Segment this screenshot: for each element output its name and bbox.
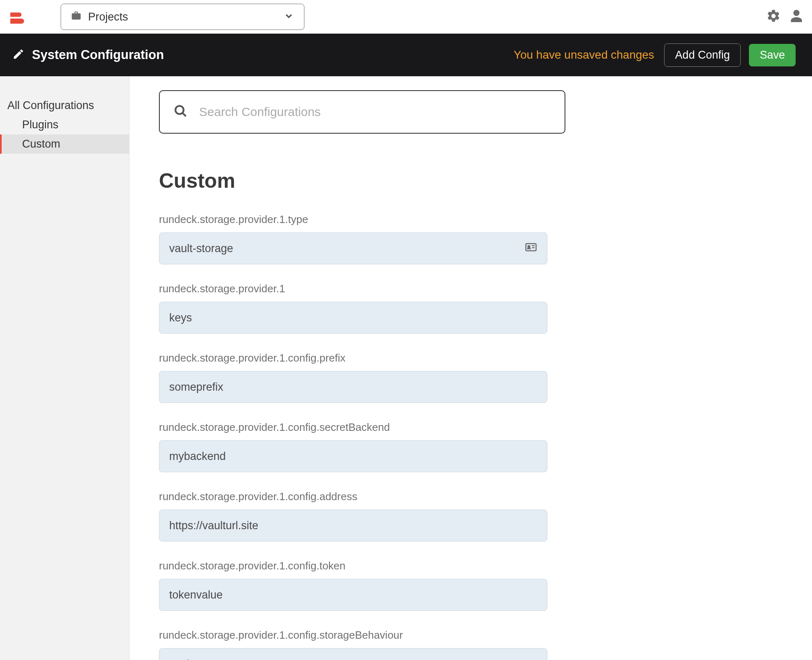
config-label: rundeck.storage.provider.1.config.token	[159, 560, 796, 572]
chevron-down-icon	[284, 11, 294, 23]
sidebar-item-plugins[interactable]: Plugins	[0, 115, 129, 134]
config-field[interactable]: mybackend	[159, 440, 547, 472]
config-field[interactable]: vault	[159, 648, 547, 660]
config-label: rundeck.storage.provider.1.config.prefix	[159, 352, 796, 364]
search-input[interactable]	[199, 105, 551, 119]
sidebar-item-all-configurations[interactable]: All Configurations	[0, 96, 129, 115]
app-logo[interactable]	[8, 7, 28, 27]
config-group: rundeck.storage.provider.1.config.prefix…	[159, 352, 796, 403]
config-label: rundeck.storage.provider.1	[159, 282, 796, 295]
config-label: rundeck.storage.provider.1.config.addres…	[159, 490, 796, 503]
config-value: vault-storage	[169, 242, 233, 255]
add-config-button[interactable]: Add Config	[664, 43, 741, 67]
save-button[interactable]: Save	[749, 44, 796, 66]
config-group: rundeck.storage.provider.1keys	[159, 282, 796, 334]
search-icon	[174, 104, 188, 120]
top-navbar: Projects	[0, 0, 812, 34]
projects-dropdown-label: Projects	[88, 11, 128, 23]
main-content: Custom rundeck.storage.provider.1.typeva…	[129, 76, 812, 660]
config-group: rundeck.storage.provider.1.config.secret…	[159, 421, 796, 472]
config-group: rundeck.storage.provider.1.config.addres…	[159, 490, 796, 542]
config-value: someprefix	[169, 381, 223, 394]
user-icon[interactable]	[789, 9, 804, 25]
config-value: keys	[169, 312, 192, 324]
briefcase-icon	[71, 11, 82, 23]
config-group: rundeck.storage.provider.1.config.storag…	[159, 629, 796, 660]
svg-point-3	[528, 246, 530, 248]
config-field[interactable]: someprefix	[159, 371, 547, 403]
page-header: System Configuration You have unsaved ch…	[0, 34, 812, 76]
svg-point-0	[175, 106, 184, 114]
search-box	[159, 90, 565, 134]
config-field[interactable]: tokenvalue	[159, 579, 547, 611]
settings-icon[interactable]	[766, 9, 781, 25]
config-group: rundeck.storage.provider.1.config.tokent…	[159, 560, 796, 611]
config-value: mybackend	[169, 450, 226, 463]
sidebar: All Configurations Plugins Custom	[0, 76, 129, 660]
config-value: tokenvalue	[169, 589, 223, 601]
projects-dropdown[interactable]: Projects	[61, 4, 304, 30]
config-value: https://vaulturl.site	[169, 519, 259, 532]
config-field[interactable]: keys	[159, 302, 547, 334]
svg-line-1	[182, 113, 186, 116]
sidebar-item-custom[interactable]: Custom	[0, 134, 129, 154]
unsaved-changes-message: You have unsaved changes	[514, 48, 654, 61]
config-value: vault	[169, 658, 193, 660]
config-label: rundeck.storage.provider.1.config.storag…	[159, 629, 796, 642]
edit-icon	[12, 48, 25, 62]
page-title: System Configuration	[32, 48, 164, 62]
config-field[interactable]: https://vaulturl.site	[159, 510, 547, 542]
config-field[interactable]: vault-storage	[159, 232, 547, 264]
section-title: Custom	[159, 169, 796, 193]
config-group: rundeck.storage.provider.1.typevault-sto…	[159, 213, 796, 264]
config-label: rundeck.storage.provider.1.type	[159, 213, 796, 226]
config-label: rundeck.storage.provider.1.config.secret…	[159, 421, 796, 434]
id-card-icon	[525, 241, 537, 256]
